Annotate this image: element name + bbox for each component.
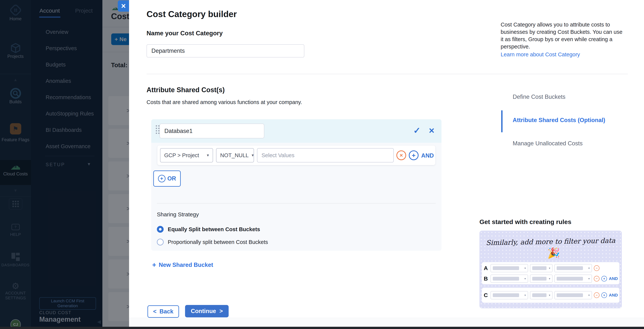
placeholder-dropdown: ▾: [554, 291, 592, 299]
placeholder-dropdown: ▾: [490, 291, 528, 299]
get-started-heading: Get started with creating rules: [480, 218, 571, 226]
learn-more-link[interactable]: Learn more about Cost Category: [501, 51, 580, 58]
cost-category-builder-drawer: Cost Category builder Cost Category allo…: [129, 0, 644, 329]
continue-button[interactable]: Continue >: [185, 305, 229, 317]
step-attribute-shared-costs[interactable]: Attribute Shared Costs (Optional): [513, 117, 605, 124]
row-letter: B: [484, 276, 489, 282]
placeholder-dropdown: ▾: [490, 264, 528, 272]
rule-condition-row: GCP > Project ▾ NOT_NULL ▾ × + AND: [158, 146, 435, 165]
remove-row-icon: −: [594, 292, 600, 298]
add-row-icon: +: [601, 276, 607, 282]
add-row-icon: +: [601, 292, 607, 298]
chevron-right-icon: >: [220, 308, 223, 315]
radio-icon: [157, 226, 164, 233]
dimension-value: GCP > Project: [164, 152, 199, 158]
about-cost-category: Cost Category allows you to attribute co…: [501, 21, 625, 58]
shared-bucket-card: ✓ × GCP > Project ▾ NOT_NULL ▾ × + AND +: [151, 119, 442, 251]
placeholder-dropdown: ▾: [554, 275, 592, 283]
section-divider: [146, 74, 628, 74]
drawer-footer-strip: [129, 318, 644, 327]
and-label: AND: [609, 293, 618, 298]
active-step-indicator: [501, 110, 502, 132]
radio-label: Equally Split between Cost Buckets: [168, 226, 260, 233]
remove-row-icon: −: [594, 276, 600, 282]
illustration-note: Similarly, add more to filter your data: [480, 236, 622, 247]
illustration-rows-ab: A ▾ ▾ ▾ − B ▾ ▾ ▾ − + AND: [482, 262, 620, 284]
drawer-title: Cost Category builder: [146, 9, 237, 19]
or-label: OR: [168, 175, 176, 182]
remove-condition-icon[interactable]: ×: [396, 150, 406, 160]
app-window: Home Projects ▲ Builds ⚑ Feature Flags ⚑…: [0, 0, 644, 329]
plus-circle-icon: +: [158, 175, 166, 182]
placeholder-dropdown: ▾: [530, 275, 552, 283]
operator-value: NOT_NULL: [220, 152, 249, 158]
sharing-strategy-label: Sharing Strategy: [157, 211, 199, 218]
party-popper-emoji: 🎉: [548, 247, 560, 259]
illustration-row: A ▾ ▾ ▾ −: [484, 264, 600, 273]
placeholder-dropdown: ▾: [530, 264, 552, 272]
dimension-dropdown[interactable]: GCP > Project ▾: [160, 148, 213, 162]
placeholder-dropdown: ▾: [554, 264, 592, 272]
bucket-card-header: ✓ ×: [151, 119, 442, 143]
shared-costs-subtext: Costs that are shared among various func…: [146, 99, 302, 105]
drawer-close-button[interactable]: ×: [118, 0, 129, 12]
drag-handle-icon[interactable]: [156, 125, 160, 134]
placeholder-dropdown: ▾: [530, 291, 552, 299]
new-shared-bucket-link[interactable]: + New Shared Bucket: [152, 261, 213, 269]
radio-icon: [157, 239, 164, 245]
illustration-row: B ▾ ▾ ▾ − + AND: [484, 274, 618, 283]
confirm-bucket-icon[interactable]: ✓: [413, 125, 421, 136]
modal-dim-overlay: [0, 0, 129, 329]
caret-down-icon: ▾: [207, 153, 209, 158]
cost-category-name-input[interactable]: [146, 44, 304, 57]
row-letter: C: [484, 292, 489, 298]
new-shared-bucket-label: New Shared Bucket: [159, 262, 213, 268]
plus-icon: +: [152, 261, 156, 269]
step-define-cost-buckets[interactable]: Define Cost Buckets: [513, 93, 566, 100]
remove-bucket-icon[interactable]: ×: [429, 125, 434, 136]
radio-proportionally-split[interactable]: Proportionally split between Cost Bucket…: [157, 239, 268, 245]
and-label[interactable]: AND: [421, 152, 434, 159]
name-section-label: Name your Cost Category: [146, 30, 222, 37]
operator-dropdown[interactable]: NOT_NULL ▾: [216, 148, 254, 162]
add-or-condition-button[interactable]: + OR: [153, 171, 181, 187]
window-bottom-edge: [0, 327, 644, 329]
continue-label: Continue: [191, 308, 216, 315]
select-values-input[interactable]: [257, 148, 394, 162]
caret-down-icon: ▾: [252, 153, 254, 158]
placeholder-dropdown: ▾: [490, 275, 528, 283]
illustration-row: C ▾ ▾ ▾ − + AND: [484, 291, 618, 300]
card-divider: [157, 203, 436, 204]
rules-illustration-panel: Similarly, add more to filter your data …: [480, 231, 622, 308]
about-text: Cost Category allows you to attribute co…: [501, 21, 625, 50]
shared-costs-heading: Attribute Shared Cost(s): [146, 86, 225, 94]
radio-equally-split[interactable]: Equally Split between Cost Buckets: [157, 226, 260, 233]
radio-label: Proportionally split between Cost Bucket…: [168, 239, 268, 245]
close-icon: ×: [121, 1, 126, 10]
back-button[interactable]: < Back: [148, 305, 179, 318]
chevron-left-icon: <: [153, 308, 156, 315]
add-and-condition-icon[interactable]: +: [409, 150, 418, 160]
step-manage-unallocated-costs[interactable]: Manage Unallocated Costs: [513, 140, 582, 147]
and-label: AND: [609, 276, 618, 281]
bucket-name-input[interactable]: [160, 124, 264, 138]
illustration-row-c: C ▾ ▾ ▾ − + AND: [482, 288, 620, 303]
row-letter: A: [484, 265, 489, 271]
back-label: Back: [160, 308, 174, 315]
remove-row-icon: −: [594, 265, 600, 271]
